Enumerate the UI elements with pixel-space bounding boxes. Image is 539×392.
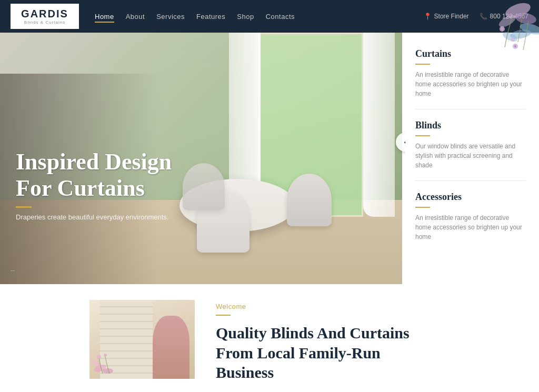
sidebar-accessories-desc: An irresistible range of decorative home… <box>415 213 526 242</box>
brand-sub: Blinds & Curtains <box>24 20 65 25</box>
nav-item-features[interactable]: Features <box>196 12 225 21</box>
location-icon: 📍 <box>424 13 432 20</box>
welcome-img-flowers <box>89 337 132 379</box>
hero-text: Inspired DesignFor Curtains Draperies cr… <box>16 149 172 221</box>
nav-item-about[interactable]: About <box>126 12 145 21</box>
nav-item-shop[interactable]: Shop <box>237 12 254 21</box>
hero-subtitle: Draperies create beautiful everyday envi… <box>16 213 172 221</box>
nav-right: 📍 Store Finder 📞 800 123 4567 <box>424 13 528 20</box>
sidebar-accessories: Accessories An irresistible range of dec… <box>415 192 526 252</box>
hero-section: Inspired DesignFor Curtains Draperies cr… <box>0 0 405 284</box>
nav-item-home[interactable]: Home <box>95 12 114 21</box>
hero-chair-back <box>183 163 225 210</box>
svg-point-14 <box>97 355 101 359</box>
welcome-title: Quality Blinds And CurtainsFrom Local Fa… <box>216 323 539 383</box>
hero-chair-right <box>287 174 332 226</box>
brand-name: GARDIS <box>21 8 68 20</box>
svg-point-15 <box>104 354 107 357</box>
welcome-text: Welcome Quality Blinds And CurtainsFrom … <box>216 300 539 383</box>
welcome-label: Welcome <box>216 303 539 310</box>
sidebar-curtains-bar <box>415 64 430 65</box>
sidebar-blinds-bar <box>415 135 430 136</box>
hero-title: Inspired DesignFor Curtains <box>16 149 172 202</box>
welcome-gold-bar <box>216 315 231 316</box>
sidebar-accessories-bar <box>415 207 430 208</box>
hero-gold-divider <box>16 206 32 208</box>
phone-icon: 📞 <box>480 13 487 20</box>
sidebar-curtains: Curtains An irresistible range of decora… <box>415 48 526 109</box>
sidebar-panel: Curtains An irresistible range of decora… <box>402 33 539 284</box>
nav-item-services[interactable]: Services <box>156 12 185 21</box>
sidebar-curtains-desc: An irresistible range of decorative home… <box>415 70 526 98</box>
phone-number: 📞 800 123 4567 <box>480 13 528 20</box>
welcome-img-person <box>153 316 189 379</box>
hero-dots: ∙∙∙ <box>11 267 15 274</box>
bottom-section: Welcome Quality Blinds And CurtainsFrom … <box>0 284 539 392</box>
logo[interactable]: GARDIS Blinds & Curtains <box>11 4 79 29</box>
hero-dots-icon: ∙∙∙ <box>11 267 15 274</box>
sidebar-blinds: Blinds Our window blinds are versatile a… <box>415 120 526 181</box>
sidebar-blinds-title: Blinds <box>415 120 526 131</box>
nav-item-contacts[interactable]: Contacts <box>266 12 295 21</box>
navbar: GARDIS Blinds & Curtains Home About Serv… <box>0 0 539 33</box>
sidebar-accessories-title: Accessories <box>415 192 526 203</box>
arrow-left-icon: ‹ <box>404 137 405 147</box>
sidebar-curtains-title: Curtains <box>415 48 526 59</box>
welcome-image <box>89 300 195 379</box>
store-finder-link[interactable]: 📍 Store Finder <box>424 13 469 20</box>
nav-links: Home About Services Features Shop Contac… <box>95 12 424 21</box>
hero-curtain-right <box>363 33 395 217</box>
sidebar-blinds-desc: Our window blinds are versatile and styl… <box>415 142 526 170</box>
